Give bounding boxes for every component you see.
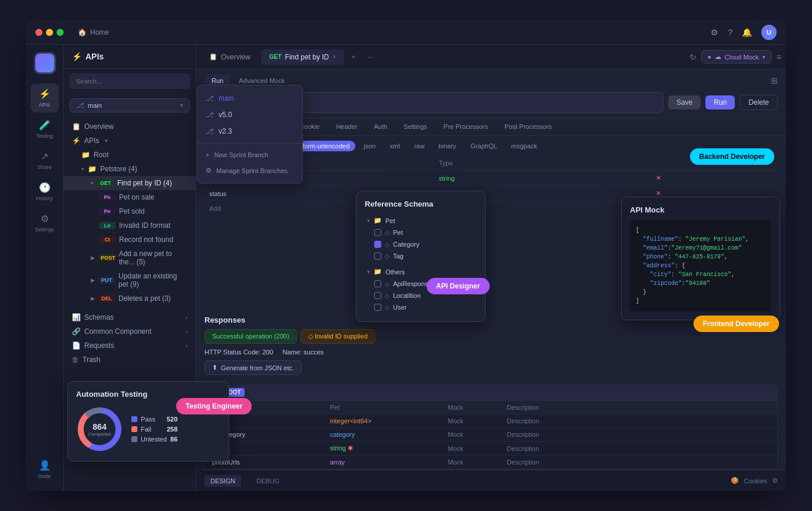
sidebar-item-pet-on-sale[interactable]: Pe Pet on sale: [64, 190, 196, 204]
schema-item-category[interactable]: ◇ Category: [365, 238, 477, 250]
more-options-icon[interactable]: ≡: [777, 52, 781, 62]
tab-design[interactable]: DESIGN: [204, 475, 241, 487]
branch-item-v2[interactable]: ⎇ v2.3: [197, 123, 302, 140]
sidebar-item-root[interactable]: 📁 Root: [64, 148, 196, 162]
sidebar-item-overview[interactable]: 📋 Overview: [64, 120, 196, 134]
sidebar-item-invite[interactable]: 👤 Invite: [31, 455, 59, 484]
enc-binary[interactable]: binary: [433, 141, 462, 151]
branch-item-main[interactable]: ⎇ main: [197, 90, 302, 107]
sidebar-item-petstore[interactable]: ▾ 📁 Petstore (4): [64, 162, 196, 176]
tab-overview[interactable]: 📋 Overview: [201, 49, 259, 65]
avatar[interactable]: U: [761, 25, 777, 40]
sidebar-item-apis[interactable]: ⚡ APIs: [31, 84, 59, 112]
tab-add-button[interactable]: +: [346, 51, 360, 64]
tab-debug[interactable]: DEBUG: [250, 475, 285, 487]
sidebar-item-get-pet[interactable]: ▾ GET Find pet by ID (4): [64, 176, 196, 190]
sidebar-item-schemas[interactable]: 📊 Schemas ›: [64, 310, 196, 324]
field-photoUrls-mock[interactable]: Mock: [448, 459, 507, 466]
sidebar-item-settings[interactable]: ⚙ Settings: [31, 208, 59, 237]
tab-close-icon[interactable]: ×: [332, 54, 336, 60]
branch-item-v5[interactable]: ⎇ v5.0: [197, 107, 302, 123]
sidebar-item-history[interactable]: 🕐 History: [31, 177, 59, 206]
cloud-mock-button[interactable]: ● ☁ Cloud Mock ▾: [701, 50, 772, 64]
filter-icon[interactable]: ⚙: [772, 477, 778, 485]
field-category-desc: Description: [507, 431, 770, 438]
sidebar-item-post-pet[interactable]: ▶ POST Add a new pet to the... (5): [64, 247, 196, 269]
refresh-icon[interactable]: ↻: [689, 52, 697, 62]
response-tab-200[interactable]: Successful operation (200): [204, 329, 297, 344]
tab-more-button[interactable]: ···: [362, 51, 378, 64]
title-bar: 🏠 Home ⚙ ? 🔔 U: [26, 20, 786, 45]
enc-graphql[interactable]: GraphQL: [464, 141, 503, 151]
others-group-chevron-icon[interactable]: ▾: [367, 269, 370, 275]
root-table-header: Pet Mock Description: [205, 401, 777, 414]
api-response-checkbox[interactable]: [374, 280, 381, 287]
tab-settings[interactable]: Settings: [397, 118, 434, 136]
sidebar-apis-icon: ⚡: [72, 52, 82, 61]
requests-icon: 📄: [72, 341, 81, 350]
sidebar-item-del-pet[interactable]: ▶ DEL Deletes a pet (3): [64, 291, 196, 306]
settings-icon: ⚙: [41, 213, 49, 224]
field-category-mock[interactable]: Mock: [448, 431, 507, 438]
minimize-button[interactable]: [46, 29, 53, 36]
search-input[interactable]: [70, 74, 190, 89]
sidebar-item-pet-sold[interactable]: Pe Pet sold: [64, 204, 196, 218]
schema-item-pet[interactable]: ◇ Pet: [365, 227, 477, 238]
tab-get-pet[interactable]: GET Find pet by ID ×: [261, 49, 344, 65]
schema-group-others: ▾ 📁 Others: [365, 266, 477, 278]
field-name-mock[interactable]: Mock: [448, 445, 507, 452]
schema-item-user[interactable]: ◇ User: [365, 301, 477, 313]
enc-msgpack[interactable]: msgpack: [506, 141, 543, 151]
branch-selector[interactable]: ⎇ main ▾: [70, 98, 190, 112]
branch-main-icon: ⎇: [206, 94, 214, 102]
sidebar-item-invalid-id[interactable]: Lo Invalid ID format: [64, 218, 196, 233]
sidebar-item-requests[interactable]: 📄 Requests ›: [64, 339, 196, 353]
sidebar-item-record-not-found[interactable]: CI Record not found: [64, 233, 196, 247]
manage-sprint-branches-button[interactable]: ⚙ Manage Sprint Branches: [197, 162, 302, 178]
post-method-badge: POST: [98, 254, 115, 261]
petstore-folder-icon: 📁: [88, 165, 97, 173]
others-folder-icon: 📁: [374, 268, 382, 276]
bell-icon[interactable]: 🔔: [742, 28, 752, 37]
sidebar-item-common-component[interactable]: 🔗 Common Component ›: [64, 324, 196, 339]
delete-button[interactable]: Delete: [740, 95, 778, 110]
sidebar-item-testing[interactable]: 🧪 Testing: [31, 115, 59, 144]
location-checkbox[interactable]: [374, 292, 381, 299]
response-tab-invalid[interactable]: ◇ Invalid ID supplied: [301, 329, 375, 344]
field-photoUrls-desc: Description: [507, 459, 770, 466]
sidebar-item-share[interactable]: ↗ Share: [31, 146, 59, 175]
split-view-icon[interactable]: ⊞: [771, 76, 778, 85]
help-icon[interactable]: ?: [728, 28, 732, 37]
pet-group-chevron-icon[interactable]: ▾: [367, 218, 370, 224]
sidebar-item-apis-section[interactable]: ⚡ APIs ▾: [64, 134, 196, 148]
mock-code-block: [ "fullname": "Jeremy Parisian", "email"…: [630, 220, 771, 311]
field-id-mock[interactable]: Mock: [448, 417, 507, 424]
enc-raw[interactable]: raw: [408, 141, 431, 151]
tab-auth[interactable]: Auth: [367, 118, 394, 136]
put-chevron-icon: ▶: [91, 277, 95, 283]
maximize-button[interactable]: [57, 29, 64, 36]
close-button[interactable]: [35, 29, 42, 36]
new-sprint-branch-button[interactable]: + New Sprint Branch: [197, 147, 302, 162]
legend-pass: Pass 520: [131, 416, 177, 423]
save-button[interactable]: Save: [668, 95, 701, 110]
upload-icon: ⬆: [212, 364, 217, 371]
table-row: name string ✱ Mock Description: [205, 442, 777, 456]
sidebar-item-trash[interactable]: 🗑 Trash: [64, 353, 196, 367]
category-checkbox[interactable]: [374, 241, 381, 248]
user-checkbox[interactable]: [374, 304, 381, 311]
settings-icon[interactable]: ⚙: [711, 28, 718, 37]
enc-xml[interactable]: xml: [384, 141, 406, 151]
run-button[interactable]: Run: [705, 95, 735, 110]
enc-json[interactable]: json: [358, 141, 381, 151]
cloud-mock-chevron-icon: ▾: [763, 54, 765, 60]
schema-item-tag[interactable]: ◇ Tag: [365, 250, 477, 262]
tab-header[interactable]: Header: [329, 118, 364, 136]
generate-from-json-button[interactable]: ⬆ Generate from JSON etc.: [204, 360, 302, 375]
tab-pre-processors[interactable]: Pre Processors: [437, 118, 495, 136]
tag-checkbox[interactable]: [374, 253, 381, 260]
pet-checkbox[interactable]: [374, 229, 381, 236]
overview-icon: 📋: [72, 122, 81, 131]
sidebar-item-put-pet[interactable]: ▶ PUT Update an existing pet (9): [64, 269, 196, 291]
tab-post-processors[interactable]: Post Processors: [497, 118, 559, 136]
